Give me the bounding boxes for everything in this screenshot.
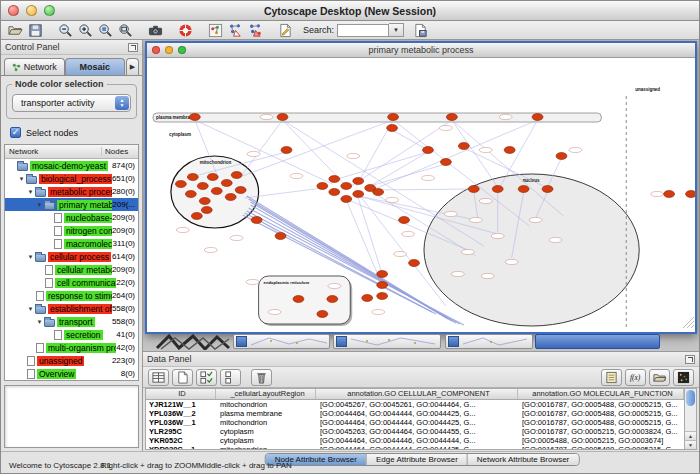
gene-node[interactable] <box>341 196 352 203</box>
gene-node[interactable] <box>275 233 286 240</box>
zoom-out-button[interactable] <box>55 22 75 39</box>
view-minimize-button[interactable] <box>165 46 173 54</box>
gene-node[interactable] <box>362 295 373 302</box>
tree-expander-icon[interactable]: ▼ <box>26 254 35 260</box>
gene-node[interactable] <box>388 114 399 121</box>
gene-node[interactable] <box>201 207 212 214</box>
tab-edge-attribute-browser[interactable]: Edge Attribute Browser <box>367 454 468 465</box>
gene-node[interactable] <box>221 180 232 187</box>
scrollbar-thumb[interactable] <box>686 390 695 406</box>
tree-row-transport[interactable]: ▼transport558(0) <box>5 315 138 328</box>
gene-node[interactable] <box>377 271 388 278</box>
tree-row-biological-process[interactable]: ▼biological_process651(0) <box>5 172 138 185</box>
annotation-button[interactable] <box>275 22 295 39</box>
tree-row-nucleobase-[interactable]: nucleobase-209(0) <box>5 211 138 224</box>
gene-node[interactable] <box>281 147 292 154</box>
tree-column-nodes[interactable]: Nodes <box>102 147 138 156</box>
gene-node[interactable] <box>353 178 364 185</box>
tree-row-cell-communicat[interactable]: cell communicat22(0) <box>5 276 138 289</box>
gene-node[interactable] <box>492 186 503 193</box>
gene-node[interactable] <box>225 194 236 201</box>
network-canvas[interactable]: plasma membranecytoplasmnucleusmitochond… <box>147 58 695 332</box>
tree-row-cellular-process[interactable]: ▼cellular process614(0) <box>5 250 138 263</box>
select-all-attributes-button[interactable] <box>196 369 217 386</box>
gene-node[interactable] <box>353 191 364 198</box>
tree-column-network[interactable]: Network <box>5 147 102 156</box>
gene-node[interactable] <box>341 183 352 190</box>
gene-node[interactable] <box>468 186 479 193</box>
table-row[interactable]: YKR052Ccytoplasm[GO:0044464, GO:0044446,… <box>146 436 684 445</box>
gene-node[interactable] <box>377 282 388 289</box>
gene-node[interactable] <box>409 260 420 267</box>
float-panel-icon[interactable] <box>685 355 695 364</box>
tree-row-establishment-of-lo[interactable]: ▼establishment of lo558(0) <box>5 302 138 315</box>
network-view-window[interactable]: primary metabolic process plasma membran… <box>145 41 697 334</box>
table-scrollbar[interactable]: ▲ ▼ <box>684 389 696 449</box>
gene-node[interactable] <box>532 114 543 121</box>
gene-node[interactable] <box>422 147 433 154</box>
close-button[interactable] <box>8 5 19 16</box>
minimized-window-4[interactable] <box>535 334 660 349</box>
zoom-selected-button[interactable] <box>95 22 115 39</box>
attribute-list-button[interactable] <box>601 369 622 386</box>
gene-node[interactable] <box>317 311 328 318</box>
gene-node[interactable] <box>191 213 202 220</box>
gene-node[interactable] <box>185 191 196 198</box>
tab-network[interactable]: Network <box>4 58 65 75</box>
tree-row-macromolecule[interactable]: macromolecule311(0) <box>5 237 138 250</box>
gene-node[interactable] <box>556 153 567 160</box>
select-attributes-button[interactable] <box>148 369 169 386</box>
column-header[interactable]: ID <box>146 389 216 399</box>
gene-node[interactable] <box>327 296 338 303</box>
network-graph[interactable]: plasma membranecytoplasmnucleusmitochond… <box>147 58 695 332</box>
tree-row-overview[interactable]: Overview8(0) <box>5 367 138 380</box>
gene-node[interactable] <box>329 176 340 183</box>
minimize-button[interactable] <box>26 5 37 16</box>
gene-node[interactable] <box>211 188 222 195</box>
gene-node[interactable] <box>458 143 469 150</box>
gene-node[interactable] <box>518 186 529 193</box>
table-row[interactable]: YJR121W__1mitochondrion[GO:0045267, GO:0… <box>146 400 684 409</box>
gene-node[interactable] <box>504 147 515 154</box>
gene-node[interactable] <box>399 217 410 224</box>
view-close-button[interactable] <box>152 46 160 54</box>
gene-node[interactable] <box>251 217 262 224</box>
tree-expander-icon[interactable]: ▼ <box>35 202 44 208</box>
tree-row-metabolic-process[interactable]: ▼metabolic process280(0) <box>5 185 138 198</box>
attribute-matrix-button[interactable] <box>673 369 694 386</box>
zoom-in-button[interactable] <box>75 22 95 39</box>
open-session-button[interactable] <box>5 22 25 39</box>
network-view-titlebar[interactable]: primary metabolic process <box>147 43 695 58</box>
tab-mosaic[interactable]: Mosaic <box>65 58 126 75</box>
help-button[interactable] <box>175 22 195 39</box>
float-panel-icon[interactable] <box>128 43 138 52</box>
gene-node[interactable] <box>664 191 675 198</box>
scroll-down-button[interactable]: ▼ <box>685 440 696 449</box>
gene-node[interactable] <box>387 125 398 132</box>
import-attributes-button[interactable] <box>649 369 670 386</box>
gene-node[interactable] <box>293 296 304 303</box>
gene-node[interactable] <box>277 114 288 121</box>
gene-node[interactable] <box>377 293 388 300</box>
minimized-window-2[interactable] <box>333 334 441 349</box>
zoom-fit-button[interactable] <box>115 22 135 39</box>
gene-node[interactable] <box>542 186 553 193</box>
tree-expander-icon[interactable]: ▼ <box>26 189 35 195</box>
table-row[interactable]: YLR295Ccytoplasm[GO:0045263, GO:0044464,… <box>146 427 684 436</box>
attribute-table-grid[interactable]: ID_cellularLayoutRegionannotation.GO CEL… <box>146 389 684 449</box>
tree-row-multi-organism-pro[interactable]: multi-organism pro42(0) <box>5 341 138 354</box>
tree-row-secretion[interactable]: secretion41(0) <box>5 328 138 341</box>
tab-overflow-button[interactable]: ▶ <box>126 58 139 75</box>
search-dropdown-button[interactable]: ▼ <box>389 23 404 37</box>
select-nodes-checkbox[interactable]: ✓ <box>10 127 21 138</box>
overview-window-fragment[interactable] <box>155 334 233 350</box>
gene-node[interactable] <box>440 159 451 166</box>
scroll-up-button[interactable]: ▲ <box>685 431 696 440</box>
gene-node[interactable] <box>317 183 328 190</box>
first-neighbors-button[interactable] <box>225 22 245 39</box>
birdseye-overview-box[interactable] <box>4 385 139 448</box>
gene-node[interactable] <box>197 183 208 190</box>
save-session-button[interactable] <box>25 22 45 39</box>
node-color-dropdown[interactable]: transporter activity ▲▼ <box>12 94 131 112</box>
gene-node[interactable] <box>235 187 246 194</box>
